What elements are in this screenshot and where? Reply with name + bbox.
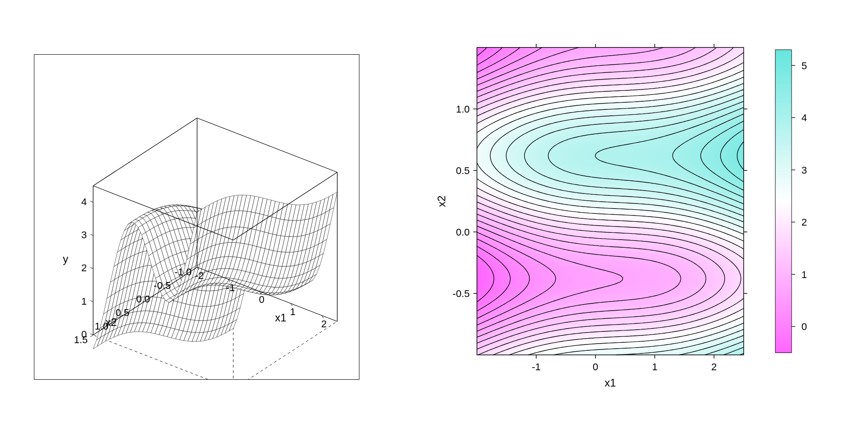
svg-line-1038 xyxy=(90,234,93,236)
surface-plot-svg: 01234y-1.0-0.50.00.51.01.5x2-2-1012x1 xyxy=(34,55,359,379)
svg-text:-2: -2 xyxy=(195,270,204,281)
contour-plot-svg: -1012x1-0.50.00.51.0x2012345 xyxy=(427,38,834,396)
svg-text:1: 1 xyxy=(802,269,807,280)
x1-axis-label: x1 xyxy=(604,377,616,389)
svg-text:5: 5 xyxy=(802,60,807,71)
svg-text:2: 2 xyxy=(81,262,87,274)
svg-text:0.0: 0.0 xyxy=(456,226,470,238)
svg-text:0: 0 xyxy=(802,321,807,332)
svg-line-1036 xyxy=(90,267,93,269)
svg-text:2: 2 xyxy=(802,217,807,228)
x2-axis-label: x2 xyxy=(105,316,117,328)
svg-text:-0.5: -0.5 xyxy=(453,288,470,299)
svg-line-1027 xyxy=(93,118,197,186)
svg-text:0: 0 xyxy=(259,294,264,305)
svg-line-1040 xyxy=(90,201,93,203)
svg-text:4: 4 xyxy=(802,112,807,123)
svg-text:1: 1 xyxy=(290,306,296,317)
colorbar xyxy=(775,50,792,353)
svg-line-1052 xyxy=(90,335,93,337)
svg-text:0.5: 0.5 xyxy=(456,165,470,176)
svg-text:3: 3 xyxy=(81,229,87,241)
svg-text:1.0: 1.0 xyxy=(456,104,470,115)
svg-text:2: 2 xyxy=(711,361,717,373)
svg-line-1026 xyxy=(197,118,337,172)
svg-text:0.5: 0.5 xyxy=(115,307,129,318)
svg-text:-0.5: -0.5 xyxy=(154,280,171,291)
svg-text:0.0: 0.0 xyxy=(136,293,150,305)
x2-axis-label: x2 xyxy=(435,195,448,207)
svg-text:3: 3 xyxy=(802,165,807,176)
svg-text:2: 2 xyxy=(321,318,326,330)
surface-plot-panel: 01234y-1.0-0.50.00.51.01.5x2-2-1012x1 xyxy=(34,54,359,380)
svg-text:4: 4 xyxy=(81,196,87,208)
svg-text:1: 1 xyxy=(652,361,657,373)
contour-plot-panel: -1012x1-0.50.00.51.0x2012345 xyxy=(427,38,834,396)
svg-text:-1: -1 xyxy=(532,361,541,373)
svg-text:1.5: 1.5 xyxy=(74,334,88,345)
svg-text:0: 0 xyxy=(593,361,598,373)
svg-text:1: 1 xyxy=(81,296,87,307)
z-axis-label: y xyxy=(63,253,68,265)
svg-text:-1: -1 xyxy=(226,282,235,293)
x1-axis-label: x1 xyxy=(275,311,286,324)
svg-line-0 xyxy=(93,335,233,379)
svg-line-1032 xyxy=(90,334,93,335)
svg-text:-1.0: -1.0 xyxy=(175,266,192,278)
svg-line-1 xyxy=(233,321,337,379)
svg-line-1034 xyxy=(90,301,93,302)
